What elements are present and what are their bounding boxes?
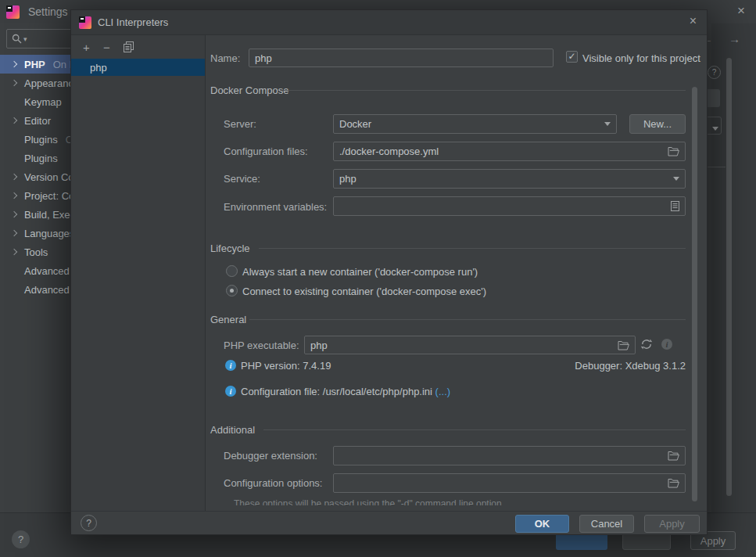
section-divider [263, 429, 686, 430]
always-start-label: Always start a new container ('docker-co… [242, 266, 478, 278]
configuration-options-input[interactable] [333, 473, 686, 493]
interpreter-list-toolbar: + − [71, 35, 205, 59]
phpstorm-logo-icon [6, 5, 20, 19]
configuration-options-label: Configuration options: [224, 477, 322, 489]
add-interpreter-icon[interactable]: + [83, 41, 103, 54]
folder-browse-icon[interactable] [668, 146, 679, 156]
settings-close-icon[interactable]: × [737, 3, 745, 19]
nav-forward-icon[interactable]: → [729, 32, 740, 45]
server-label: Server: [224, 118, 256, 130]
chevron-down-icon [712, 127, 718, 131]
interpreter-list-panel: + − php [71, 35, 206, 512]
ok-button[interactable]: OK [515, 515, 569, 533]
folder-browse-icon[interactable] [668, 451, 679, 461]
php-executable-label: PHP executable: [224, 340, 299, 351]
service-label: Service: [224, 173, 260, 185]
config-file-info-icon: i [225, 386, 236, 397]
environment-variables-label: Environment variables: [224, 201, 327, 213]
search-icon [12, 34, 22, 44]
chevron-right-icon [11, 211, 17, 217]
edit-variables-icon[interactable] [671, 201, 679, 211]
apply-button[interactable]: Apply [644, 515, 700, 533]
settings-window-title: Settings [28, 5, 68, 18]
interpreter-list-item-php[interactable]: php [71, 59, 205, 76]
dialog-titlebar: CLI Interpreters [71, 10, 707, 35]
section-divider [259, 248, 686, 249]
lifecycle-section-title: Lifecycle [210, 243, 250, 254]
dialog-footer: ? OK Cancel Apply [71, 511, 707, 534]
phpstorm-logo-icon [79, 16, 91, 29]
chevron-right-icon [11, 80, 17, 86]
configuration-files-label: Configuration files: [224, 146, 308, 157]
chevron-down-icon [673, 177, 679, 181]
server-select[interactable]: Docker [333, 114, 617, 134]
docker-compose-section-title: Docker Compose [210, 84, 288, 96]
chevron-right-icon [11, 174, 17, 180]
search-options-caret-icon[interactable]: ▾ [23, 35, 27, 43]
folder-browse-icon[interactable] [618, 340, 629, 350]
always-start-radio[interactable] [226, 265, 238, 277]
reload-phpinfo-icon[interactable] [640, 338, 653, 350]
connect-existing-label: Connect to existing container ('docker-c… [242, 286, 486, 297]
options-hint-text: These options will be passed using the "… [234, 498, 504, 505]
config-file-more-link[interactable]: (...) [435, 386, 451, 397]
name-label: Name: [210, 52, 240, 64]
debugger-extension-label: Debugger extension: [224, 450, 317, 462]
info-icon: i [661, 339, 672, 350]
environment-variables-input[interactable] [333, 196, 686, 216]
chevron-right-icon [11, 230, 17, 236]
general-section-title: General [210, 314, 246, 325]
section-divider [282, 90, 686, 91]
name-input[interactable]: php [249, 49, 554, 67]
chevron-right-icon [11, 249, 17, 255]
dialog-help-icon[interactable]: ? [81, 515, 97, 531]
debugger-version-text: Debugger: Xdebug 3.1.2 [575, 360, 686, 372]
interpreter-form: Name: php ✓ Visible only for this projec… [206, 35, 708, 505]
section-divider [249, 319, 686, 320]
php-executable-input[interactable]: php [304, 336, 636, 354]
configuration-files-input[interactable]: ./docker-compose.yml [333, 142, 686, 161]
visible-only-label: Visible only for this project [582, 52, 700, 64]
cli-interpreters-dialog: CLI Interpreters × + − php Name: php ✓ V… [70, 9, 708, 535]
php-version-text: PHP version: 7.4.19 [241, 360, 331, 372]
debugger-extension-input[interactable] [333, 446, 686, 465]
php-version-info-icon: i [225, 360, 236, 371]
settings-scrollbar[interactable] [726, 58, 732, 496]
copy-interpreter-icon[interactable] [124, 41, 144, 52]
phpstorm-settings-screen: { "icons": { "close": "×", "help": "?", … [0, 0, 756, 557]
dialog-scrollbar[interactable] [692, 87, 697, 501]
connect-existing-radio[interactable] [226, 285, 238, 296]
settings-help-icon[interactable]: ? [12, 530, 30, 548]
dialog-title: CLI Interpreters [98, 16, 168, 28]
additional-section-title: Additional [210, 424, 255, 436]
chevron-right-icon [11, 192, 17, 199]
cancel-button[interactable]: Cancel [579, 515, 634, 533]
remove-interpreter-icon[interactable]: − [103, 41, 124, 54]
config-file-text: Configuration file: /usr/local/etc/php/p… [241, 386, 450, 397]
visible-only-checkbox[interactable]: ✓ [566, 51, 578, 63]
context-help-icon[interactable]: ? [708, 66, 721, 79]
chevron-right-icon [11, 61, 17, 67]
dialog-close-icon[interactable]: × [690, 14, 697, 28]
service-select[interactable]: php [333, 169, 686, 189]
folder-browse-icon[interactable] [668, 478, 679, 488]
chevron-down-icon [604, 122, 611, 126]
new-server-button[interactable]: New... [629, 114, 686, 134]
chevron-right-icon [11, 117, 17, 124]
